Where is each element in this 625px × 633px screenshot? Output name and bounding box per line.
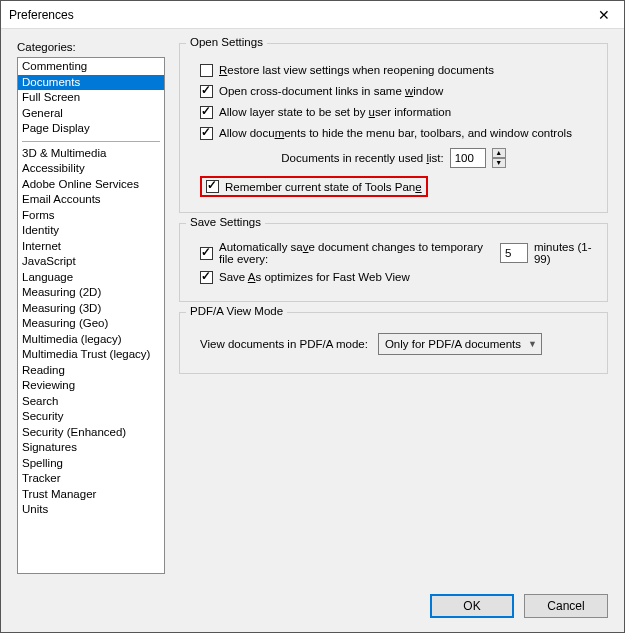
recent-spinner: ▲ ▼	[492, 148, 506, 168]
category-item[interactable]: Adobe Online Services	[18, 177, 164, 193]
cross-doc-label: Open cross-document links in same window	[219, 85, 443, 97]
category-item[interactable]: Units	[18, 502, 164, 518]
dialog-title: Preferences	[9, 8, 74, 22]
category-item[interactable]: Internet	[18, 239, 164, 255]
titlebar: Preferences ✕	[1, 1, 624, 29]
fastweb-row[interactable]: Save As optimizes for Fast Web View	[190, 268, 597, 286]
chevron-down-icon: ▼	[528, 339, 537, 349]
layer-row[interactable]: Allow layer state to be set by user info…	[190, 103, 597, 121]
preferences-dialog: Preferences ✕ Categories: CommentingDocu…	[0, 0, 625, 633]
category-item[interactable]: 3D & Multimedia	[18, 146, 164, 162]
category-item[interactable]: General	[18, 106, 164, 122]
categories-list[interactable]: CommentingDocumentsFull ScreenGeneralPag…	[17, 57, 165, 574]
category-item[interactable]: Trust Manager	[18, 487, 164, 503]
pdfa-label: View documents in PDF/A mode:	[200, 338, 368, 350]
cancel-button[interactable]: Cancel	[524, 594, 608, 618]
fastweb-label: Save As optimizes for Fast Web View	[219, 271, 410, 283]
category-item[interactable]: Multimedia (legacy)	[18, 332, 164, 348]
restore-label: Restore last view settings when reopenin…	[219, 64, 494, 76]
category-item[interactable]: Tracker	[18, 471, 164, 487]
cross-doc-checkbox[interactable]	[200, 85, 213, 98]
category-divider	[22, 141, 160, 142]
group-title-pdfa: PDF/A View Mode	[186, 305, 287, 317]
category-item[interactable]: Accessibility	[18, 161, 164, 177]
category-item[interactable]: Spelling	[18, 456, 164, 472]
cross-doc-row[interactable]: Open cross-document links in same window	[190, 82, 597, 100]
allow-hide-row[interactable]: Allow documents to hide the menu bar, to…	[190, 124, 597, 142]
category-item[interactable]: Reviewing	[18, 378, 164, 394]
recent-list-row: Documents in recently used list: ▲ ▼	[190, 148, 597, 168]
recent-list-input[interactable]	[450, 148, 486, 168]
dialog-body: Categories: CommentingDocumentsFull Scre…	[1, 29, 624, 584]
spinner-up-icon[interactable]: ▲	[492, 148, 506, 158]
category-item[interactable]: Identity	[18, 223, 164, 239]
ok-button[interactable]: OK	[430, 594, 514, 618]
category-item[interactable]: Email Accounts	[18, 192, 164, 208]
group-title-save: Save Settings	[186, 216, 265, 228]
recent-list-label: Documents in recently used list:	[281, 152, 443, 164]
close-button[interactable]: ✕	[584, 1, 624, 29]
category-item[interactable]: Multimedia Trust (legacy)	[18, 347, 164, 363]
category-item[interactable]: Reading	[18, 363, 164, 379]
layer-label: Allow layer state to be set by user info…	[219, 106, 451, 118]
category-item[interactable]: Measuring (Geo)	[18, 316, 164, 332]
remember-label: Remember current state of Tools Pane	[225, 181, 422, 193]
category-item[interactable]: Commenting	[18, 59, 164, 75]
category-item[interactable]: Measuring (2D)	[18, 285, 164, 301]
layer-checkbox[interactable]	[200, 106, 213, 119]
category-item[interactable]: Documents	[18, 75, 164, 91]
allow-hide-checkbox[interactable]	[200, 127, 213, 140]
remember-row: Remember current state of Tools Pane	[190, 176, 597, 197]
allow-hide-label: Allow documents to hide the menu bar, to…	[219, 127, 572, 139]
group-title-open: Open Settings	[186, 36, 267, 48]
fastweb-checkbox[interactable]	[200, 271, 213, 284]
category-item[interactable]: Forms	[18, 208, 164, 224]
save-settings-group: Save Settings Automatically save documen…	[179, 223, 608, 302]
autosave-checkbox[interactable]	[200, 247, 213, 260]
pdfa-group: PDF/A View Mode View documents in PDF/A …	[179, 312, 608, 374]
categories-column: Categories: CommentingDocumentsFull Scre…	[17, 41, 165, 574]
autosave-unit: minutes (1-99)	[534, 241, 597, 265]
category-item[interactable]: Search	[18, 394, 164, 410]
category-item[interactable]: Measuring (3D)	[18, 301, 164, 317]
pdfa-value: Only for PDF/A documents	[385, 338, 521, 350]
dialog-footer: OK Cancel	[1, 584, 624, 632]
category-item[interactable]: Security	[18, 409, 164, 425]
settings-column: Open Settings Restore last view settings…	[179, 41, 608, 574]
remember-highlight[interactable]: Remember current state of Tools Pane	[200, 176, 428, 197]
category-item[interactable]: Page Display	[18, 121, 164, 137]
restore-row[interactable]: Restore last view settings when reopenin…	[190, 61, 597, 79]
category-item[interactable]: Language	[18, 270, 164, 286]
pdfa-row: View documents in PDF/A mode: Only for P…	[190, 333, 597, 355]
open-settings-group: Open Settings Restore last view settings…	[179, 43, 608, 213]
close-icon: ✕	[598, 7, 610, 23]
categories-label: Categories:	[17, 41, 165, 53]
spinner-down-icon[interactable]: ▼	[492, 158, 506, 168]
category-item[interactable]: Full Screen	[18, 90, 164, 106]
remember-checkbox[interactable]	[206, 180, 219, 193]
autosave-input[interactable]	[500, 243, 528, 263]
restore-checkbox[interactable]	[200, 64, 213, 77]
category-item[interactable]: Signatures	[18, 440, 164, 456]
category-item[interactable]: Security (Enhanced)	[18, 425, 164, 441]
category-item[interactable]: JavaScript	[18, 254, 164, 270]
pdfa-select[interactable]: Only for PDF/A documents ▼	[378, 333, 542, 355]
autosave-label: Automatically save document changes to t…	[219, 241, 488, 265]
autosave-row[interactable]: Automatically save document changes to t…	[190, 241, 597, 265]
